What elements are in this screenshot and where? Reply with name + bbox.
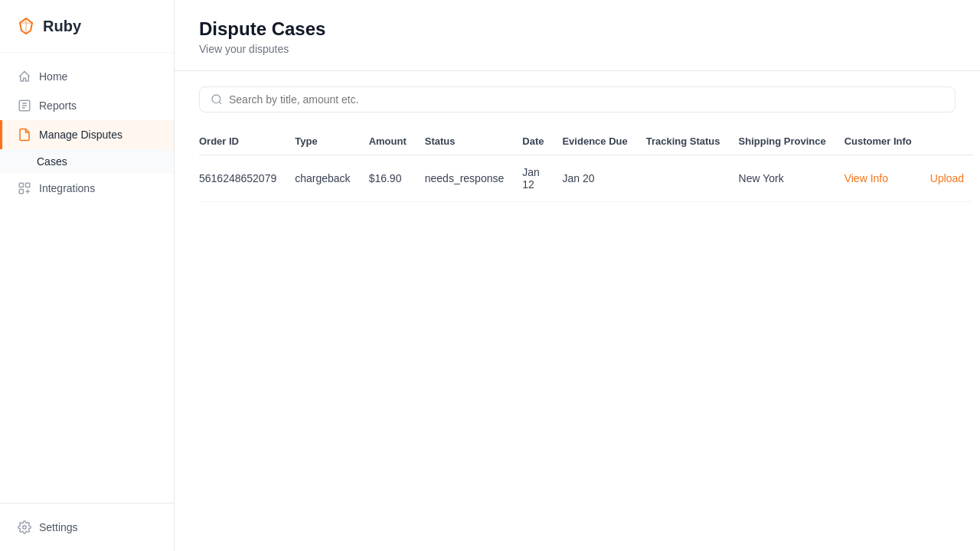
svg-point-4 [23, 526, 27, 530]
svg-point-5 [212, 95, 220, 103]
cell-action[interactable]: Upload [921, 155, 973, 202]
search-bar[interactable] [199, 86, 956, 112]
sidebar-item-settings-label: Settings [39, 521, 78, 533]
cell-shipping-province: New York [730, 155, 835, 202]
col-evidence-due: Evidence Due [553, 128, 636, 155]
view-info-link[interactable]: View Info [844, 172, 888, 184]
svg-rect-3 [19, 190, 23, 194]
main-content: Dispute Cases View your disputes Order I… [175, 0, 980, 551]
cell-evidence-due: Jan 20 [553, 155, 636, 202]
page-subtitle: View your disputes [199, 43, 956, 55]
settings-icon [18, 520, 31, 534]
sidebar-item-reports-label: Reports [39, 99, 77, 112]
disputes-table: Order ID Type Amount Status Date Evidenc… [199, 128, 973, 202]
sidebar-item-home-label: Home [39, 70, 67, 83]
content-area: Order ID Type Amount Status Date Evidenc… [175, 71, 980, 551]
integrations-icon [18, 181, 31, 195]
page-title: Dispute Cases [199, 18, 956, 40]
cell-status: needs_response [416, 155, 514, 202]
sidebar-item-manage-disputes[interactable]: Manage Disputes [0, 120, 174, 149]
sidebar-item-reports[interactable]: Reports [0, 91, 174, 120]
svg-rect-2 [26, 183, 30, 187]
col-order-id: Order ID [199, 128, 286, 155]
svg-rect-1 [19, 183, 23, 187]
home-icon [18, 70, 31, 83]
reports-icon [18, 99, 31, 112]
col-date: Date [513, 128, 553, 155]
sidebar-item-cases[interactable]: Cases [0, 149, 174, 174]
sidebar: Ruby Home Reports Manage Disputes [0, 0, 175, 551]
sidebar-bottom: Settings [0, 503, 174, 551]
cell-tracking-status [637, 155, 730, 202]
cell-customer-info[interactable]: View Info [835, 155, 921, 202]
col-customer-info: Customer Info [835, 128, 921, 155]
table-header-row: Order ID Type Amount Status Date Evidenc… [199, 128, 973, 155]
col-tracking-status: Tracking Status [637, 128, 730, 155]
sidebar-nav: Home Reports Manage Disputes Cases [0, 53, 174, 503]
sidebar-item-integrations[interactable]: Integrations [0, 174, 174, 203]
disputes-icon [18, 128, 31, 142]
sidebar-item-cases-label: Cases [37, 155, 67, 168]
sidebar-item-integrations-label: Integrations [39, 182, 95, 194]
upload-link[interactable]: Upload [930, 172, 964, 184]
logo-area[interactable]: Ruby [0, 0, 174, 53]
col-shipping-province: Shipping Province [730, 128, 835, 155]
col-type: Type [286, 128, 359, 155]
page-header: Dispute Cases View your disputes [175, 0, 980, 71]
col-status: Status [416, 128, 514, 155]
cell-amount: $16.90 [360, 155, 416, 202]
cell-date: Jan 12 [513, 155, 553, 202]
search-input[interactable] [229, 93, 944, 106]
search-icon [211, 93, 223, 106]
table-row: 5616248652079 chargeback $16.90 needs_re… [199, 155, 973, 202]
sidebar-item-manage-disputes-label: Manage Disputes [39, 129, 122, 141]
ruby-logo-icon [15, 15, 37, 37]
sidebar-item-settings[interactable]: Settings [0, 513, 174, 542]
sidebar-item-home[interactable]: Home [0, 62, 174, 91]
cell-type: chargeback [286, 155, 359, 202]
col-amount: Amount [360, 128, 416, 155]
cell-order-id: 5616248652079 [199, 155, 286, 202]
col-actions [921, 128, 973, 155]
app-name: Ruby [43, 18, 81, 35]
